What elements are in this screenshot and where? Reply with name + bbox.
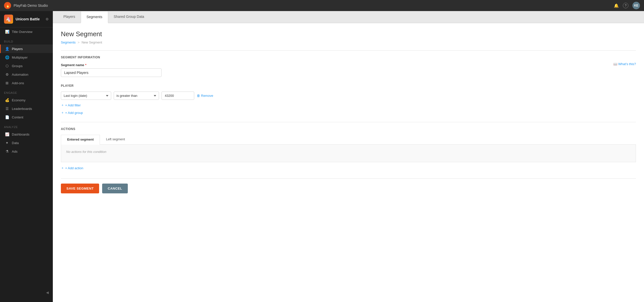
sidebar-item-label: Players	[12, 47, 23, 51]
book-icon: 📖	[613, 62, 617, 66]
studio-name: PlayFab Demo Studio	[14, 4, 48, 8]
add-filter-button[interactable]: ＋ + Add filter	[61, 103, 636, 107]
sidebar-item-leaderboards[interactable]: ☰ Leaderboards	[0, 104, 53, 113]
segment-info-section: SEGMENT INFORMATION Segment name *	[61, 56, 636, 77]
economy-icon: 💰	[5, 98, 9, 102]
cancel-button[interactable]: CANCEL	[102, 184, 128, 193]
sidebar-item-content[interactable]: 📄 Content	[0, 113, 53, 121]
plus-icon-filter: ＋	[61, 103, 64, 107]
no-actions-text: No actions for this condition	[66, 150, 106, 154]
segment-name-label: Segment name *	[61, 63, 636, 67]
player-filter-section: PLAYER Last login (date) Total value to …	[61, 84, 636, 115]
app-logo: 🔥	[4, 2, 11, 9]
plus-icon-group: ＋	[61, 110, 64, 115]
sidebar-item-label: Data	[12, 141, 19, 145]
actions-tab-bar: Entered segment Left segment	[61, 135, 636, 145]
sidebar-item-players[interactable]: 👤 Players	[0, 45, 53, 53]
game-selector[interactable]: 🦄 Unicorn Battle ⚙	[0, 11, 53, 27]
segment-info-title: SEGMENT INFORMATION	[61, 56, 636, 59]
content-area: New Segment Segments > New Segment 📖 Wha…	[53, 23, 644, 302]
topbar: 🔥 PlayFab Demo Studio 🔔 ? KE	[0, 0, 644, 11]
divider-1	[61, 50, 636, 51]
add-group-button[interactable]: ＋ + Add group	[61, 110, 636, 115]
required-indicator: *	[85, 63, 86, 67]
analyze-section-label: ANALYZE	[0, 121, 53, 130]
segment-name-input[interactable]	[61, 68, 162, 77]
sidebar-item-addons[interactable]: ⊞ Add-ons	[0, 79, 53, 87]
tab-players[interactable]: Players	[58, 11, 81, 23]
build-section-label: BUILD	[0, 36, 53, 45]
save-segment-button[interactable]: SAVE SEGMENT	[61, 184, 99, 193]
game-icon: 🦄	[4, 15, 13, 24]
engage-section-label: ENGAGE	[0, 87, 53, 96]
help-icon[interactable]: ?	[623, 3, 628, 8]
breadcrumb: Segments > New Segment	[61, 40, 636, 44]
tab-entered-segment[interactable]: Entered segment	[61, 135, 100, 145]
sidebar-item-label: Dashboards	[12, 133, 29, 136]
tab-shared-group-data[interactable]: Shared Group Data	[108, 11, 150, 23]
whats-this-link[interactable]: 📖 What's this?	[613, 62, 636, 66]
sidebar-item-title-overview[interactable]: 📊 Title Overview	[0, 27, 53, 36]
main-area: Players Segments Shared Group Data New S…	[53, 11, 644, 302]
divider-2	[61, 122, 636, 122]
topbar-left: 🔥 PlayFab Demo Studio	[4, 2, 48, 9]
filter-value-input[interactable]	[162, 92, 194, 100]
sidebar-item-label: Leaderboards	[12, 107, 32, 111]
bar-chart-icon: 📊	[5, 30, 9, 34]
user-avatar[interactable]: KE	[632, 2, 640, 9]
game-settings-icon[interactable]: ⚙	[46, 17, 49, 21]
tab-bar: Players Segments Shared Group Data	[53, 11, 644, 23]
filter-field-select[interactable]: Last login (date) Total value to date To…	[61, 92, 111, 100]
add-action-button[interactable]: ＋ + Add action	[61, 166, 636, 170]
data-icon: ✦	[5, 141, 9, 145]
sidebar-item-label: Multiplayer	[12, 56, 28, 59]
sidebar-collapse-button[interactable]: ◀	[0, 288, 53, 297]
game-name: Unicorn Battle	[16, 17, 40, 21]
app-layout: 🦄 Unicorn Battle ⚙ 📊 Title Overview BUIL…	[0, 11, 644, 302]
actions-title: ACTIONS	[61, 127, 636, 131]
topbar-right: 🔔 ? KE	[614, 2, 640, 9]
page-title: New Segment	[61, 30, 636, 38]
leaderboards-icon: ☰	[5, 107, 9, 111]
filter-operator-select[interactable]: is greater than is less than is equal to…	[114, 92, 159, 100]
actions-section: ACTIONS Entered segment Left segment No …	[61, 127, 636, 170]
plus-icon-action: ＋	[61, 166, 64, 170]
dashboards-icon: 📈	[5, 132, 9, 136]
breadcrumb-link[interactable]: Segments	[61, 40, 76, 44]
sidebar-item-ads[interactable]: ⚗ Ads	[0, 147, 53, 156]
sidebar-item-label: Economy	[12, 98, 25, 102]
breadcrumb-current: New Segment	[82, 40, 102, 44]
sidebar-item-label: Title Overview	[12, 30, 32, 34]
player-section-title: PLAYER	[61, 84, 636, 88]
sidebar-item-groups[interactable]: ⬡ Groups	[0, 62, 53, 70]
tab-left-segment[interactable]: Left segment	[100, 135, 131, 144]
groups-icon: ⬡	[5, 64, 9, 68]
notification-icon[interactable]: 🔔	[614, 3, 619, 8]
bottom-actions: SAVE SEGMENT CANCEL	[61, 178, 636, 193]
addons-icon: ⊞	[5, 81, 9, 85]
globe-icon: 🌐	[5, 55, 9, 59]
trash-icon: 🗑	[197, 94, 200, 98]
sidebar-item-data[interactable]: ✦ Data	[0, 139, 53, 147]
sidebar-item-label: Content	[12, 115, 23, 119]
sidebar-item-multiplayer[interactable]: 🌐 Multiplayer	[0, 53, 53, 62]
breadcrumb-separator: >	[78, 40, 80, 44]
filter-row: Last login (date) Total value to date To…	[61, 92, 636, 100]
sidebar: 🦄 Unicorn Battle ⚙ 📊 Title Overview BUIL…	[0, 11, 53, 302]
sidebar-item-automation[interactable]: ⚙ Automation	[0, 70, 53, 79]
remove-filter-button[interactable]: 🗑 Remove	[197, 94, 213, 98]
person-icon: 👤	[5, 47, 9, 51]
sidebar-item-label: Add-ons	[12, 81, 24, 85]
sidebar-item-label: Automation	[12, 73, 28, 76]
sidebar-item-dashboards[interactable]: 📈 Dashboards	[0, 130, 53, 139]
tab-segments[interactable]: Segments	[81, 11, 108, 23]
sidebar-item-label: Ads	[12, 150, 17, 153]
ads-icon: ⚗	[5, 149, 9, 153]
automation-icon: ⚙	[5, 72, 9, 76]
actions-content: No actions for this condition	[61, 145, 636, 162]
sidebar-item-economy[interactable]: 💰 Economy	[0, 96, 53, 104]
sidebar-item-label: Groups	[12, 64, 23, 68]
content-icon: 📄	[5, 115, 9, 119]
